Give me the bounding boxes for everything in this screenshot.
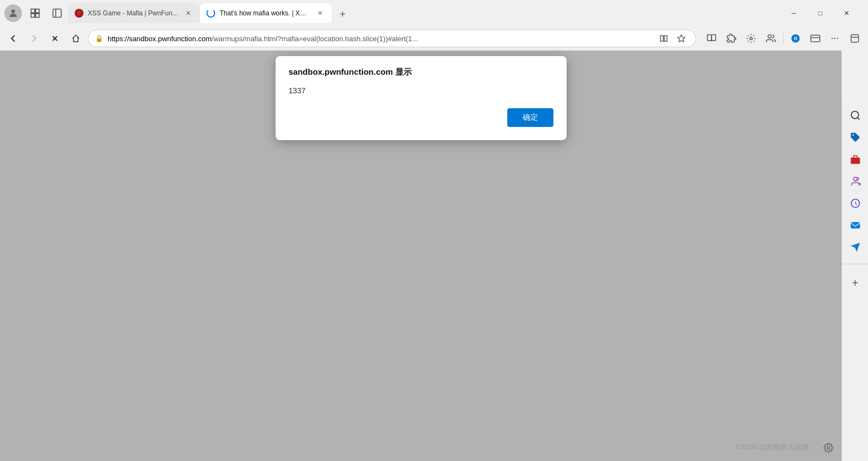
sidebar-tag-button[interactable] [845,127,865,147]
extensions-button[interactable] [723,30,740,47]
wallet-button[interactable] [807,30,824,47]
sidebar-toggle-icon[interactable] [48,4,66,22]
sidebar-search-button[interactable] [845,105,865,125]
more-button[interactable]: ··· [826,30,844,47]
sidebar-briefcase-button[interactable] [845,149,865,169]
svg-point-14 [827,447,830,449]
favorites-bar-button[interactable] [762,30,780,47]
svg-rect-3 [31,14,35,18]
svg-rect-11 [811,35,820,42]
minimize-button[interactable]: ─ [781,4,807,22]
main-area: sandbox.pwnfunction.com 显示 1337 确定 CSDN … [0,51,868,461]
svg-point-9 [750,37,753,40]
new-tab-button[interactable]: + [334,5,351,23]
back-button[interactable] [4,30,22,47]
reading-view-button[interactable] [703,30,720,47]
sidebar-panel: + [842,101,868,461]
address-field[interactable]: 🔒 https://sandbox.pwnfunction.com/warmup… [88,30,696,47]
tabs-bar: XSS Game - Mafia | PwnFunction ✕ That's … [68,3,779,23]
tab-2-favicon [206,9,215,18]
reader-view-button[interactable] [656,31,671,46]
forward-button[interactable] [25,30,43,47]
watermark: CSDN @奔跑的大花猫 [736,442,809,452]
restore-button[interactable]: □ [808,4,833,22]
svg-rect-5 [53,9,61,18]
favorite-button[interactable] [674,31,689,46]
sidebar-outlook-button[interactable] [845,215,865,235]
toolbar-divider [783,33,783,44]
settings-gear-icon[interactable] [820,439,837,457]
toolbar-right: ··· [699,30,864,47]
home-button[interactable] [67,30,85,47]
profile-icon[interactable] [4,4,22,22]
tab-1-close[interactable]: ✕ [183,8,193,18]
url-domain: https://sandbox.pwnfunction.com [108,35,211,43]
svg-point-15 [851,112,858,119]
window-controls: ─ □ ✕ [781,4,864,22]
svg-rect-13 [851,35,859,42]
svg-rect-1 [31,9,35,13]
svg-point-19 [853,177,857,181]
meet-now-button[interactable] [787,30,804,47]
alert-ok-button[interactable]: 确定 [507,108,553,127]
svg-rect-18 [850,158,860,164]
alert-title-domain: sandbox.pwnfunction.com [289,67,393,76]
address-actions [656,31,689,46]
alert-title: sandbox.pwnfunction.com 显示 [289,67,553,77]
url-path: /warmups/mafia.html?mafia=eval(location.… [211,35,418,43]
sidebar-circle-button[interactable] [845,193,865,213]
tab-1-label: XSS Game - Mafia | PwnFunction [88,9,179,17]
tab-2-close[interactable]: ✕ [315,8,325,18]
sidebar-divider [842,264,868,264]
svg-point-10 [768,35,771,38]
collections-button[interactable] [742,30,760,47]
lock-icon: 🔒 [95,35,103,42]
alert-dialog: sandbox.pwnfunction.com 显示 1337 确定 [276,56,567,140]
tab-1-favicon [75,9,83,18]
svg-point-0 [12,9,15,13]
profile-button[interactable] [846,30,864,47]
close-button[interactable]: ✕ [834,4,859,22]
browser-window: XSS Game - Mafia | PwnFunction ✕ That's … [0,0,868,461]
address-text: https://sandbox.pwnfunction.com/warmups/… [108,35,652,43]
collections-icon[interactable] [26,4,44,22]
address-bar: 🔒 https://sandbox.pwnfunction.com/warmup… [0,26,868,51]
sidebar-add-button[interactable]: + [845,273,865,293]
content-area: sandbox.pwnfunction.com 显示 1337 确定 CSDN … [0,51,842,461]
tab-1[interactable]: XSS Game - Mafia | PwnFunction ✕ [68,3,200,23]
alert-overlay: sandbox.pwnfunction.com 显示 1337 确定 [0,51,842,461]
svg-rect-21 [850,222,860,229]
sidebar-teams-button[interactable] [845,237,865,257]
svg-line-16 [857,118,859,120]
alert-message: 1337 [289,86,553,95]
svg-rect-4 [36,14,40,18]
alert-footer: 确定 [289,108,553,127]
tab-2[interactable]: That's how mafia works. | XSS W... ✕ [200,3,332,23]
stop-button[interactable] [46,30,64,47]
alert-title-suffix: 显示 [393,67,412,76]
tab-2-label: That's how mafia works. | XSS W... [220,9,311,17]
title-bar: XSS Game - Mafia | PwnFunction ✕ That's … [0,0,868,26]
svg-rect-2 [36,9,40,13]
svg-point-17 [852,135,854,136]
title-bar-left [4,4,66,22]
sidebar-people-button[interactable] [845,171,865,191]
